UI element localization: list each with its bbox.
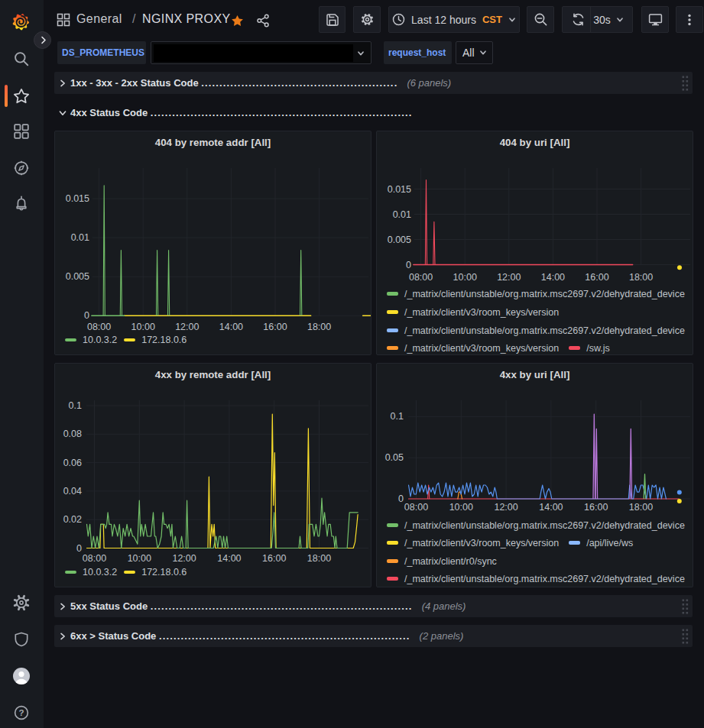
svg-text:0.1: 0.1	[391, 411, 404, 422]
svg-text:12:00: 12:00	[497, 272, 521, 283]
svg-text:0.005: 0.005	[66, 271, 89, 282]
svg-text:08:00: 08:00	[409, 272, 433, 283]
svg-text:08:00: 08:00	[87, 322, 111, 332]
svg-text:0.05: 0.05	[385, 452, 404, 463]
svg-text:0.015: 0.015	[66, 193, 89, 204]
svg-text:08:00: 08:00	[83, 553, 106, 564]
svg-text:14:00: 14:00	[541, 272, 565, 283]
svg-text:0.02: 0.02	[63, 514, 82, 525]
svg-text:14:00: 14:00	[539, 502, 563, 513]
svg-text:0.01: 0.01	[393, 209, 411, 220]
svg-text:10:00: 10:00	[449, 502, 473, 513]
svg-text:18:00: 18:00	[307, 322, 331, 332]
svg-text:16:00: 16:00	[584, 502, 608, 513]
svg-text:12:00: 12:00	[494, 502, 517, 513]
svg-text:18:00: 18:00	[629, 502, 653, 513]
svg-text:14:00: 14:00	[219, 322, 243, 332]
svg-text:16:00: 16:00	[585, 272, 608, 283]
svg-text:0: 0	[406, 260, 411, 270]
svg-text:0.08: 0.08	[63, 429, 82, 439]
svg-text:18:00: 18:00	[629, 272, 653, 283]
svg-text:18:00: 18:00	[307, 553, 331, 564]
svg-text:0.01: 0.01	[71, 232, 89, 243]
svg-text:14:00: 14:00	[217, 553, 241, 564]
svg-text:08:00: 08:00	[404, 502, 428, 513]
svg-text:0.015: 0.015	[388, 184, 411, 195]
svg-text:0.005: 0.005	[388, 235, 411, 245]
svg-text:0.06: 0.06	[63, 458, 82, 468]
svg-text:12:00: 12:00	[175, 322, 199, 332]
svg-text:?: ?	[18, 708, 24, 717]
svg-text:0: 0	[76, 543, 82, 554]
svg-text:0.04: 0.04	[63, 486, 82, 497]
svg-text:10:00: 10:00	[453, 272, 477, 283]
svg-text:0: 0	[398, 493, 404, 504]
svg-text:16:00: 16:00	[263, 322, 287, 332]
svg-text:10:00: 10:00	[131, 322, 155, 332]
svg-text:10:00: 10:00	[128, 553, 151, 564]
svg-text:12:00: 12:00	[172, 553, 196, 564]
svg-text:0: 0	[84, 310, 89, 321]
svg-text:16:00: 16:00	[262, 553, 286, 564]
svg-text:0.1: 0.1	[69, 400, 82, 411]
